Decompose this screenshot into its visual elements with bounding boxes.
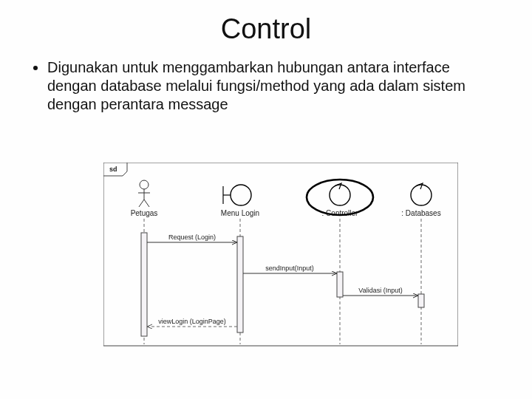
lifeline-petugas-label: Petugas <box>131 209 158 217</box>
msg-request-login-label: Request (Login) <box>168 233 216 241</box>
entity-databases-icon <box>411 183 432 205</box>
boundary-menu-login-icon <box>223 185 251 205</box>
svg-point-8 <box>231 185 251 205</box>
svg-rect-0 <box>103 163 458 346</box>
sd-frame-label: sd <box>109 166 117 173</box>
bullet-block: Digunakan untuk menggambarkan hubungan a… <box>0 58 532 114</box>
svg-line-4 <box>139 200 144 207</box>
actor-petugas-icon <box>138 180 150 207</box>
msg-send-input-label: sendInput(Input) <box>265 265 314 272</box>
activation-controller <box>337 272 343 297</box>
msg-validasi-label: Validasi (Input) <box>358 287 402 294</box>
lifeline-menu-login-label: Menu Login <box>221 209 259 217</box>
activation-petugas <box>141 233 147 336</box>
lifeline-databases-label: : Databases <box>401 209 440 217</box>
svg-point-1 <box>140 180 149 189</box>
control-controller-icon <box>330 183 350 205</box>
svg-line-5 <box>144 200 149 207</box>
bullet-text: Digunakan untuk menggambarkan hubungan a… <box>47 58 501 114</box>
activation-menu-login <box>237 236 243 332</box>
activation-databases <box>418 294 424 307</box>
sequence-diagram: sd Petugas Menu Login : Controller <box>103 163 458 347</box>
slide-title: Control <box>0 13 532 45</box>
msg-view-login-label: viewLogin (LoginPage) <box>158 318 226 325</box>
